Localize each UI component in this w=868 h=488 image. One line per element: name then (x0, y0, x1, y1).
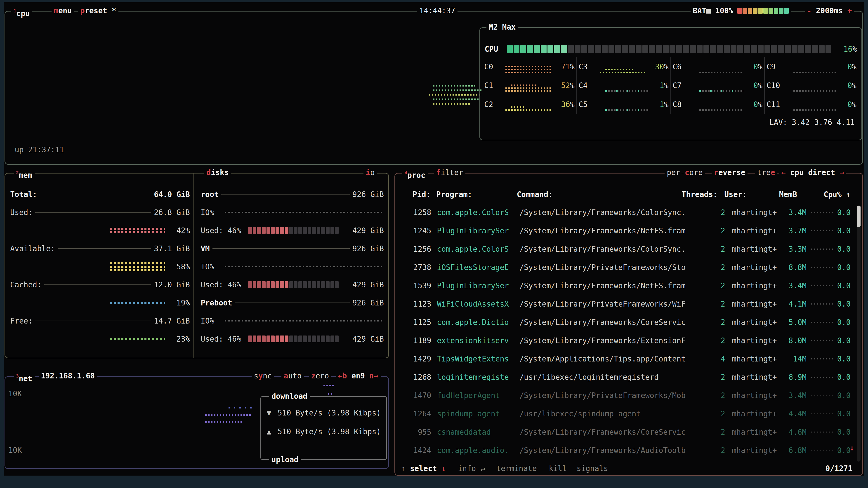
process-threads: 2 (687, 336, 725, 345)
tab-cpu-direct-sort[interactable]: ← cpu direct → (779, 167, 846, 178)
process-program: spindump_agent (437, 410, 517, 418)
process-counter: 0/1271 (824, 463, 854, 475)
core-name: C11 (767, 100, 785, 109)
process-row[interactable]: 1264spindump_agent/usr/libexec/spindump_… (402, 404, 850, 423)
disk-bar-cell (280, 281, 284, 288)
tab-cpu[interactable]: 1cpu (11, 5, 32, 17)
refresh-rate-control[interactable]: - 2000ms + (805, 5, 854, 17)
process-mem: 3.4M (784, 391, 807, 400)
cpu-bar-cell (636, 45, 642, 53)
disk-bar-cell (308, 227, 311, 234)
tab-proc[interactable]: 4proc (402, 167, 428, 178)
tab-auto[interactable]: auto (281, 370, 304, 382)
process-user: mhartingt+ (732, 410, 784, 418)
process-cpu: 0.0 (834, 336, 850, 345)
tab-sync[interactable]: sync (252, 370, 274, 382)
process-mem: 8.0M (784, 336, 807, 345)
tab-net[interactable]: 3net (14, 370, 35, 382)
tab-per-core[interactable]: per-core (664, 167, 705, 178)
cpu-bar-cell (561, 45, 567, 53)
memory-bar-row: 58% (10, 258, 190, 275)
disk-used-bar (248, 281, 339, 288)
leader-line (44, 285, 151, 285)
process-row[interactable]: 1539PlugInLibrarySer/System/Library/Fram… (402, 276, 850, 295)
mem-value: 64.0 GiB (154, 190, 190, 199)
disk-bar-cell (276, 227, 279, 234)
process-row[interactable]: 955csnameddatad/System/Library/Framework… (402, 423, 850, 441)
tab-preset[interactable]: preset * (78, 5, 119, 17)
tab-interface-selector[interactable]: ←b en9 n→ (336, 370, 381, 382)
disk-bar-cell (303, 335, 307, 342)
core-sparkline (505, 79, 552, 92)
cpu-bar-cell (520, 45, 526, 53)
footer-kill[interactable]: kill (547, 463, 568, 475)
core-percent: 0% (836, 62, 857, 71)
process-row[interactable]: 1470fudHelperAgent/System/Library/Privat… (402, 386, 850, 404)
tab-zero[interactable]: zero (309, 370, 331, 382)
memory-stat-row: Cached:12.0 GiB (10, 275, 190, 294)
process-user: mhartingt+ (732, 391, 784, 400)
process-scrollbar[interactable] (857, 205, 861, 462)
battery-block (737, 8, 742, 14)
footer-signals[interactable]: signals (575, 463, 610, 475)
core-name: C6 (673, 62, 692, 71)
process-pid: 2738 (402, 263, 431, 272)
process-command: /System/Library/Frameworks/CoreServic (520, 428, 687, 436)
process-row[interactable]: 1424com.apple.audio./System/Library/Fram… (402, 441, 850, 459)
process-cpu: 0.0 (834, 428, 850, 436)
disk-io-graph (225, 266, 384, 267)
disk-used-bar (248, 335, 339, 342)
disk-bar-cell (294, 335, 298, 342)
process-command: /System/Library/PrivateFrameworks/WiF (520, 300, 687, 308)
process-command: /System/Library/Frameworks/ColorSync. (520, 245, 687, 254)
text-segment: f (436, 168, 441, 177)
process-row[interactable]: 1245PlugInLibrarySer/System/Library/Fram… (402, 222, 850, 240)
tab-tree[interactable]: tree (755, 167, 777, 178)
process-row[interactable]: 2738iOSFilesStorageE/System/Library/Priv… (402, 258, 850, 276)
core-name: C4 (579, 81, 598, 90)
sparkline-row (511, 106, 525, 108)
tab-io[interactable]: io (364, 167, 377, 178)
process-user: mhartingt+ (732, 373, 784, 382)
upload-rate-row: ▲ 510 Byte/s (3.98 Kibps) (267, 427, 383, 436)
process-row[interactable]: 1429TipsWidgetExtens/System/Applications… (402, 350, 850, 368)
disk-bar-cell (326, 227, 329, 234)
memory-stat-row: Available:37.1 GiB (10, 239, 190, 258)
footer-info[interactable]: info ↵ (456, 463, 487, 475)
tab-reverse[interactable]: reverse (712, 167, 747, 178)
process-row[interactable]: 1268loginitemregiste/usr/libexec/loginit… (402, 368, 850, 386)
header-cpu-sort[interactable]: Cpu% ↑ (824, 190, 850, 199)
process-row[interactable]: 1123WiFiCloudAssetsX/System/Library/Priv… (402, 295, 850, 313)
process-row[interactable]: 1258com.apple.ColorS/System/Library/Fram… (402, 203, 850, 222)
uptime-label: up 21:37:11 (15, 145, 64, 154)
tab-disks[interactable]: disks (204, 167, 231, 178)
tab-filter[interactable]: filter (434, 167, 465, 178)
tab-mem[interactable]: 2mem (14, 167, 35, 178)
disk-bar-cell (321, 281, 325, 288)
mem-bar-dots (110, 338, 165, 340)
process-threads: 2 (687, 300, 725, 308)
cpu-total-value: 16 (843, 45, 852, 54)
process-pid: 1258 (402, 208, 431, 217)
process-row[interactable]: 1256com.apple.ColorS/System/Library/Fram… (402, 240, 850, 258)
footer-select[interactable]: ↑ select ↓ (399, 463, 448, 475)
process-cpu: 0.0 (834, 300, 850, 308)
disk-used-size: 429 GiB (341, 281, 384, 289)
core-sparkline (600, 79, 646, 92)
process-row[interactable]: 1189extensionkitserv/System/Library/Fram… (402, 331, 850, 350)
text-segment: net (19, 374, 32, 383)
footer-terminate[interactable]: terminate (495, 463, 539, 475)
mem-label: Free: (10, 317, 33, 325)
text-segment: ilter (441, 168, 463, 177)
process-program: iOSFilesStorageE (437, 263, 517, 272)
header-program: Program: (436, 190, 515, 199)
tab-menu[interactable]: menu (52, 5, 74, 17)
core-cell-c10: C100% (764, 76, 858, 95)
text-segment: 1 (13, 8, 16, 13)
scrollbar-thumb[interactable] (857, 205, 861, 227)
memory-stat-row: Free:14.7 GiB (10, 312, 190, 330)
process-row[interactable]: 1125com.apple.Dictio/System/Library/Fram… (402, 313, 850, 331)
mem-bar-dots (110, 269, 165, 271)
process-user: mhartingt+ (732, 281, 784, 290)
disk-bar-cell (317, 227, 320, 234)
